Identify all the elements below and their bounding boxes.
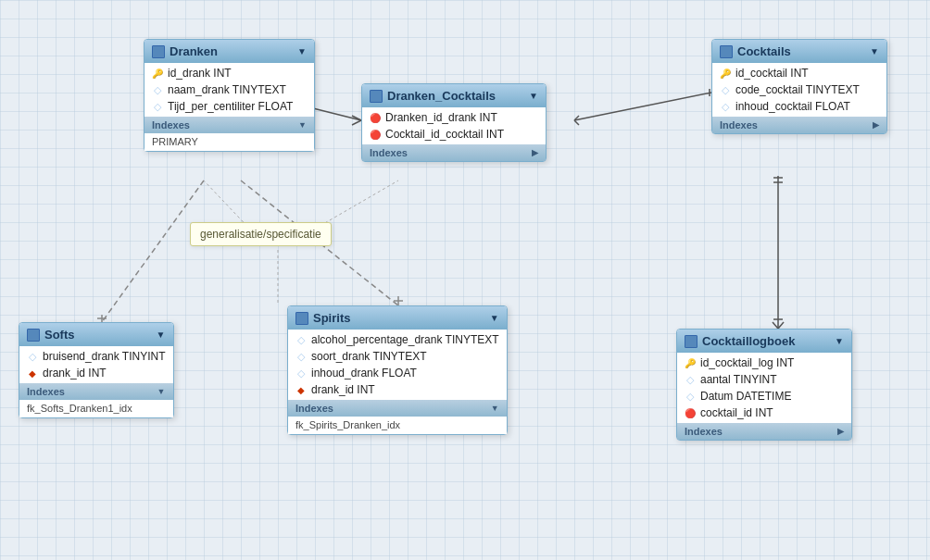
svg-line-11 <box>773 322 778 329</box>
table-cocktails-fields: 🔑 id_cocktail INT ◇ code_cocktail TINYTE… <box>712 63 886 117</box>
table-icon <box>152 45 165 58</box>
field-text: code_cocktail TINYTEXT <box>735 83 860 96</box>
indexes-value: fk_Softs_Dranken1_idx <box>27 403 132 414</box>
field-row: ◇ Datum DATETIME <box>677 388 851 404</box>
indexes-bar-spirits[interactable]: Indexes ▼ <box>288 400 507 417</box>
field-row: ◇ soort_drank TINYTEXT <box>288 348 507 365</box>
indexes-label: Indexes <box>720 119 758 131</box>
field-text: inhoud_cocktail FLOAT <box>735 100 850 113</box>
pk-icon: 🔑 <box>685 357 696 368</box>
table-spirits-header[interactable]: Spirits ▼ <box>288 306 507 330</box>
indexes-bar-dranken-cocktails[interactable]: Indexes ▶ <box>362 144 546 161</box>
fk-icon: ◆ <box>295 384 307 395</box>
table-softs-header[interactable]: Softs ▼ <box>19 323 173 346</box>
expand-icon[interactable]: ▼ <box>298 120 307 130</box>
field-text: Datum DATETIME <box>700 390 791 403</box>
field-row: ◆ drank_id INT <box>288 381 507 398</box>
svg-line-6 <box>574 120 579 125</box>
dropdown-icon[interactable]: ▼ <box>157 330 166 340</box>
field-text: soort_drank TINYTEXT <box>311 350 427 363</box>
diamond-icon: ◇ <box>295 351 307 362</box>
field-row: ◇ inhoud_drank FLOAT <box>288 365 507 381</box>
table-dranken-title: Dranken <box>170 44 218 58</box>
expand-icon[interactable]: ▶ <box>532 148 538 157</box>
table-spirits[interactable]: Spirits ▼ ◇ alcohol_percentage_drank TIN… <box>287 305 508 435</box>
field-text: id_drank INT <box>168 67 232 80</box>
table-cocktails-title: Cocktails <box>737 44 791 58</box>
note-generalization: generalisatie/specificatie <box>190 222 332 246</box>
field-row: 🔴 cocktail_id INT <box>677 404 851 421</box>
svg-line-5 <box>574 116 579 120</box>
fk-icon: 🔴 <box>370 112 381 123</box>
table-cocktaillogboek-title: Cocktaillogboek <box>702 334 795 348</box>
field-row: 🔑 id_cocktail INT <box>712 65 886 81</box>
indexes-content-spirits: fk_Spirits_Dranken_idx <box>288 417 507 434</box>
table-dranken-cocktails-header[interactable]: Dranken_Cocktails ▼ <box>362 84 546 107</box>
diamond-icon: ◇ <box>152 84 163 95</box>
table-cocktails[interactable]: Cocktails ▼ 🔑 id_cocktail INT ◇ code_coc… <box>711 39 887 134</box>
indexes-bar-cocktails[interactable]: Indexes ▶ <box>712 117 886 133</box>
diamond-icon: ◇ <box>685 374 696 385</box>
svg-line-12 <box>778 322 784 329</box>
diamond-icon: ◇ <box>685 391 696 402</box>
table-dranken-header[interactable]: Dranken ▼ <box>145 40 314 63</box>
field-row: 🔑 id_cocktail_log INT <box>677 355 851 371</box>
expand-icon[interactable]: ▼ <box>157 387 166 396</box>
field-text: aantal TINYINT <box>700 373 776 386</box>
indexes-label: Indexes <box>152 119 190 131</box>
table-dranken-cocktails[interactable]: Dranken_Cocktails ▼ 🔴 Dranken_id_drank I… <box>361 83 547 162</box>
field-text: id_cocktail INT <box>735 67 809 80</box>
diamond-icon: ◇ <box>295 367 307 379</box>
pk-icon: 🔑 <box>720 68 731 79</box>
expand-icon[interactable]: ▶ <box>837 427 844 436</box>
dropdown-icon[interactable]: ▼ <box>490 313 499 323</box>
table-cocktails-header[interactable]: Cocktails ▼ <box>712 40 886 63</box>
indexes-label: Indexes <box>685 426 723 437</box>
field-row: ◇ inhoud_cocktail FLOAT <box>712 98 886 115</box>
fk-icon: ◆ <box>27 367 38 379</box>
field-row: 🔑 id_drank INT <box>145 65 314 81</box>
indexes-value: fk_Spirits_Dranken_idx <box>295 419 400 430</box>
indexes-label: Indexes <box>295 403 333 414</box>
table-cocktaillogboek-header[interactable]: Cocktaillogboek ▼ <box>677 330 851 353</box>
field-text: id_cocktail_log INT <box>700 356 794 369</box>
dropdown-icon[interactable]: ▼ <box>870 46 879 56</box>
table-cocktaillogboek[interactable]: Cocktaillogboek ▼ 🔑 id_cocktail_log INT … <box>676 329 852 441</box>
svg-line-2 <box>352 120 361 125</box>
field-row: 🔴 Dranken_id_drank INT <box>362 109 546 126</box>
table-spirits-fields: ◇ alcohol_percentage_drank TINYTEXT ◇ so… <box>288 330 507 400</box>
dropdown-icon[interactable]: ▼ <box>297 46 307 56</box>
table-softs[interactable]: Softs ▼ ◇ bruisend_drank TINYINT ◆ drank… <box>19 322 174 418</box>
field-row: ◇ code_cocktail TINYTEXT <box>712 81 886 98</box>
table-softs-fields: ◇ bruisend_drank TINYINT ◆ drank_id INT <box>19 346 173 383</box>
indexes-content-dranken: PRIMARY <box>145 133 314 151</box>
indexes-bar-cocktaillogboek[interactable]: Indexes ▶ <box>677 423 851 440</box>
diamond-icon: ◇ <box>720 101 731 112</box>
fk-icon: 🔴 <box>370 129 381 140</box>
table-dranken-cocktails-title: Dranken_Cocktails <box>387 89 496 103</box>
table-icon <box>27 329 40 342</box>
table-softs-title: Softs <box>44 328 75 342</box>
dropdown-icon[interactable]: ▼ <box>529 91 538 101</box>
field-text: Cocktail_id_cocktail INT <box>385 128 504 141</box>
table-icon <box>295 312 308 325</box>
field-text: Tijd_per_centiliter FLOAT <box>168 100 293 113</box>
table-icon <box>720 45 733 58</box>
field-text: alcohol_percentage_drank TINYTEXT <box>311 333 499 346</box>
expand-icon[interactable]: ▶ <box>873 120 879 130</box>
svg-line-14 <box>102 180 204 322</box>
diamond-icon: ◇ <box>27 351 38 362</box>
svg-line-1 <box>352 116 361 120</box>
table-dranken-fields: 🔑 id_drank INT ◇ naam_drank TINYTEXT ◇ T… <box>145 63 314 117</box>
field-row: ◇ alcohol_percentage_drank TINYTEXT <box>288 331 507 348</box>
expand-icon[interactable]: ▼ <box>491 404 499 413</box>
dropdown-icon[interactable]: ▼ <box>835 336 844 346</box>
field-text: Dranken_id_drank INT <box>385 111 497 124</box>
table-spirits-title: Spirits <box>313 311 350 325</box>
field-text: inhoud_drank FLOAT <box>311 367 417 380</box>
diagram-canvas: Dranken ▼ 🔑 id_drank INT ◇ naam_drank TI… <box>0 0 930 560</box>
indexes-bar-softs[interactable]: Indexes ▼ <box>19 383 173 400</box>
field-row: ◇ bruisend_drank TINYINT <box>19 348 173 365</box>
table-dranken[interactable]: Dranken ▼ 🔑 id_drank INT ◇ naam_drank TI… <box>144 39 315 152</box>
indexes-bar-dranken[interactable]: Indexes ▼ <box>145 117 314 133</box>
